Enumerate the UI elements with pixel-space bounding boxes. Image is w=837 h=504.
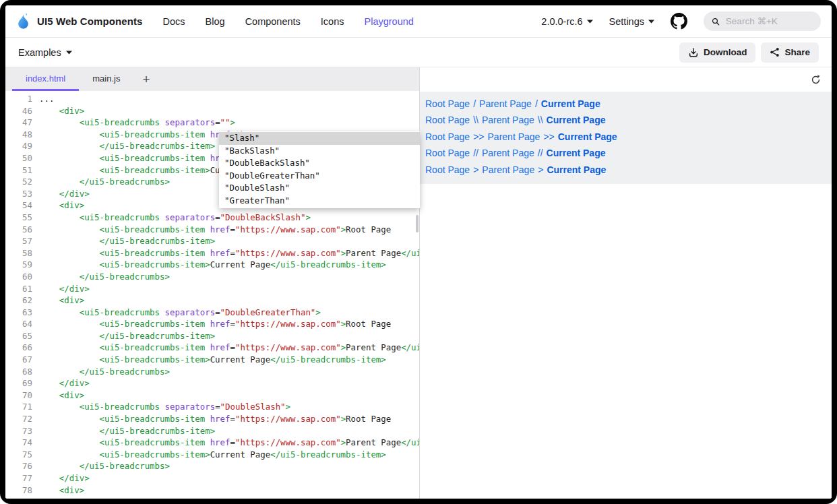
code-line: 77 </div> [5, 472, 419, 484]
line-content: </ui5-breadcrumbs-item> [32, 140, 215, 152]
breadcrumb-link[interactable]: Parent Page [482, 115, 534, 125]
line-number: 67 [5, 354, 32, 366]
line-number: 71 [5, 401, 32, 413]
download-button[interactable]: Download [679, 42, 756, 63]
line-number: 62 [5, 294, 32, 307]
code-line: 61 </div> [5, 283, 419, 295]
nav-link[interactable]: Icons [321, 16, 344, 27]
code-line: 78 <div> [5, 484, 419, 497]
line-content: <ui5-breadcrumbs separators="DoubleGreat… [32, 307, 321, 319]
autocomplete-option[interactable]: "DoubleSlash" [219, 182, 420, 195]
line-number: 68 [5, 366, 32, 378]
breadcrumb-link[interactable]: Parent Page [482, 164, 534, 175]
nav-link[interactable]: Docs [163, 16, 185, 27]
code-line: 65 </ui5-breadcrumbs-item> [5, 330, 419, 342]
nav-link[interactable]: Components [245, 16, 301, 27]
line-content: <div> [32, 294, 84, 307]
line-content: <ui5-breadcrumbs-item>Current Page</ui5-… [32, 259, 386, 271]
share-icon [770, 47, 780, 57]
line-content: <ui5-breadcrumbs-item href="https://www.… [32, 437, 419, 449]
breadcrumb-link[interactable]: Parent Page [479, 98, 532, 109]
line-number: 51 [5, 164, 32, 177]
share-button[interactable]: Share [761, 42, 819, 63]
line-content: </div> [32, 377, 90, 389]
search-input[interactable] [724, 15, 813, 27]
autocomplete-option[interactable]: "DoubleBackSlash" [219, 157, 420, 170]
code-line: 67 <ui5-breadcrumbs-item>Current Page</u… [5, 354, 419, 366]
code-line: 71 <ui5-breadcrumbs separators="DoubleSl… [5, 401, 419, 413]
brand-home-link[interactable]: UI5 Web Components [16, 12, 143, 30]
breadcrumb: Root Page>>Parent Page>>Current Page [425, 129, 825, 145]
line-number: 48 [5, 129, 32, 141]
code-line: 70 <div> [5, 389, 419, 402]
refresh-button[interactable] [811, 75, 821, 85]
code-line: 75 <ui5-breadcrumbs-item>Current Page</u… [5, 449, 419, 461]
line-content: <ui5-breadcrumbs-item href="https://www.… [32, 224, 391, 236]
autocomplete-option[interactable]: "GreaterThan" [219, 195, 420, 208]
breadcrumb-separator: >> [543, 131, 554, 142]
download-label: Download [704, 47, 747, 57]
line-content: </ui5-breadcrumbs-item> [32, 425, 215, 437]
line-number: 64 [5, 318, 32, 330]
autocomplete-option[interactable]: "Slash" [219, 132, 420, 145]
editor-scrollbar-thumb[interactable] [416, 215, 418, 232]
breadcrumb-link[interactable]: Parent Page [488, 131, 540, 142]
breadcrumb: Root Page/Parent Page/Current Page [425, 96, 825, 112]
preview-toolbar [420, 67, 832, 92]
breadcrumb-separator: > [538, 164, 543, 175]
line-content: <div> [32, 389, 84, 402]
header-right: 2.0.0-rc.6 Settings [541, 11, 821, 31]
line-number: 75 [5, 449, 32, 461]
line-content: </ui5-breadcrumbs-item> [32, 330, 215, 342]
preview-pane: Root Page/Parent Page/Current PageRoot P… [420, 67, 832, 499]
code-line: 72 <ui5-breadcrumbs-item href="https://w… [5, 413, 419, 425]
breadcrumb-link[interactable]: Root Page [425, 98, 470, 109]
settings-label: Settings [609, 16, 644, 27]
line-number: 53 [5, 188, 32, 200]
examples-menu[interactable]: Examples [18, 47, 72, 58]
line-number: 73 [5, 425, 32, 437]
line-number: 70 [5, 389, 32, 402]
chevron-down-icon [587, 20, 593, 24]
breadcrumb-separator: \\ [538, 115, 543, 125]
code-line: 62 <div> [5, 294, 419, 307]
breadcrumb-link[interactable]: Parent Page [482, 148, 534, 158]
line-number: 65 [5, 330, 32, 342]
code-line: 55 <ui5-breadcrumbs separators="DoubleBa… [5, 212, 419, 224]
autocomplete-option[interactable]: "BackSlash" [219, 145, 420, 158]
breadcrumb-link[interactable]: Root Page [425, 131, 470, 142]
editor-tab[interactable]: index.html [12, 67, 79, 91]
breadcrumb-separator: / [473, 98, 476, 109]
code-line: 64 <ui5-breadcrumbs-item href="https://w… [5, 318, 419, 330]
line-content: ... [32, 93, 54, 105]
line-content: <ui5-breadcrumbs-item href="https://www.… [32, 247, 419, 259]
editor-tabbar: index.htmlmain.js + [5, 67, 419, 91]
breadcrumb-current-page: Current Page [558, 131, 617, 142]
nav-link[interactable]: Playground [365, 16, 414, 27]
code-line: 73 </ui5-breadcrumbs-item> [5, 425, 419, 437]
breadcrumb-current-page: Current Page [547, 148, 606, 158]
code-line: 76 </ui5-breadcrumbs> [5, 460, 419, 472]
line-content: </ui5-breadcrumbs> [32, 460, 170, 472]
github-icon [671, 13, 687, 30]
search-box [704, 11, 821, 31]
code-line: 46 <div> [5, 105, 419, 117]
line-number: 61 [5, 283, 32, 295]
top-header: UI5 Web Components DocsBlogComponentsIco… [5, 5, 832, 38]
breadcrumb-link[interactable]: Root Page [425, 115, 470, 125]
line-content: </ui5-breadcrumbs> [32, 366, 170, 378]
settings-menu[interactable]: Settings [609, 16, 654, 27]
toolbar-actions: Download Share [679, 42, 819, 63]
github-link[interactable] [671, 13, 687, 30]
autocomplete-option[interactable]: "DoubleGreaterThan" [219, 170, 420, 183]
breadcrumb-current-page: Current Page [547, 164, 606, 175]
code-line: 58 <ui5-breadcrumbs-item href="https://w… [5, 247, 419, 259]
version-menu[interactable]: 2.0.0-rc.6 [541, 16, 592, 27]
line-content: <ui5-breadcrumbs separators="DoubleSlash… [32, 401, 290, 413]
breadcrumb-link[interactable]: Root Page [425, 148, 470, 158]
refresh-icon [811, 75, 821, 85]
editor-tab[interactable]: main.js [79, 67, 133, 91]
breadcrumb-link[interactable]: Root Page [425, 164, 470, 175]
nav-link[interactable]: Blog [206, 16, 225, 27]
add-tab-button[interactable]: + [133, 67, 158, 91]
